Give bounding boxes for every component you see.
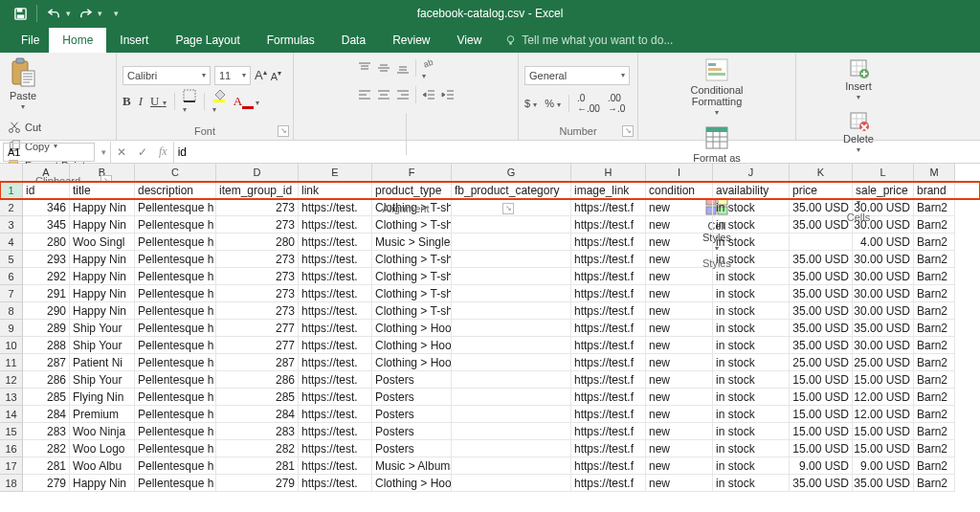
cell-H17[interactable]: https://test.f [571, 457, 646, 475]
column-header-G[interactable]: G [452, 164, 571, 182]
cell-L13[interactable]: 12.00 USD [853, 389, 914, 406]
cell-I17[interactable]: new [646, 457, 713, 475]
qat-customize-button[interactable]: ▾ [104, 2, 129, 25]
bold-button[interactable]: B [122, 94, 131, 109]
cell-K15[interactable]: 15.00 USD [790, 423, 853, 440]
cell-C1[interactable]: description [135, 182, 216, 199]
column-header-E[interactable]: E [299, 164, 372, 182]
cell-B2[interactable]: Happy Nin [70, 199, 135, 216]
cell-L10[interactable]: 30.00 USD [853, 337, 914, 354]
cell-G1[interactable]: fb_product_category [452, 182, 571, 199]
cell-L14[interactable]: 12.00 USD [853, 406, 914, 423]
percent-button[interactable]: % ▾ [545, 98, 561, 109]
font-dialog-launcher[interactable]: ↘ [278, 125, 289, 137]
accounting-format-button[interactable]: $ ▾ [524, 98, 537, 109]
orientation-button[interactable]: ab▾ [422, 56, 435, 80]
cell-M2[interactable]: Barn2 [914, 199, 955, 216]
cell-I13[interactable]: new [646, 389, 713, 406]
cell-D14[interactable]: 284 [216, 406, 299, 423]
redo-dropdown-icon[interactable]: ▾ [98, 9, 102, 18]
cell-J17[interactable]: in stock [713, 457, 790, 475]
cell-G13[interactable] [452, 389, 571, 406]
cell-M3[interactable]: Barn2 [914, 216, 955, 234]
cell-H12[interactable]: https://test.f [571, 371, 646, 389]
cell-L8[interactable]: 30.00 USD [853, 302, 914, 320]
cell-M4[interactable]: Barn2 [914, 234, 955, 251]
cell-H18[interactable]: https://test.f [571, 475, 646, 492]
cell-K1[interactable]: price [790, 182, 853, 199]
cell-H6[interactable]: https://test.f [571, 268, 646, 285]
cell-M9[interactable]: Barn2 [914, 320, 955, 337]
decrease-indent-button[interactable] [422, 88, 435, 101]
cell-I8[interactable]: new [646, 302, 713, 320]
column-header-I[interactable]: I [646, 164, 713, 182]
cell-M18[interactable]: Barn2 [914, 475, 955, 492]
cell-C14[interactable]: Pellentesque h [135, 406, 216, 423]
cell-G7[interactable] [452, 285, 571, 302]
cell-F4[interactable]: Music > Singles [372, 234, 452, 251]
cell-K7[interactable]: 35.00 USD [790, 285, 853, 302]
column-header-F[interactable]: F [372, 164, 452, 182]
fill-color-button[interactable]: ▾ [212, 89, 226, 114]
cell-D17[interactable]: 281 [216, 457, 299, 475]
cell-A9[interactable]: 289 [23, 320, 70, 337]
cell-L6[interactable]: 30.00 USD [853, 268, 914, 285]
cell-K8[interactable]: 35.00 USD [790, 302, 853, 320]
cell-M8[interactable]: Barn2 [914, 302, 955, 320]
cell-D1[interactable]: item_group_id [216, 182, 299, 199]
cell-M17[interactable]: Barn2 [914, 457, 955, 475]
row-header-15[interactable]: 15 [0, 423, 23, 440]
cell-D16[interactable]: 282 [216, 440, 299, 457]
cell-B10[interactable]: Ship Your [70, 337, 135, 354]
font-color-button[interactable]: A ▾ [234, 94, 260, 109]
cell-H2[interactable]: https://test.f [571, 199, 646, 216]
align-middle-button[interactable] [377, 61, 390, 75]
row-header-2[interactable]: 2 [0, 199, 23, 216]
cell-L16[interactable]: 15.00 USD [853, 440, 914, 457]
cell-G6[interactable] [452, 268, 571, 285]
tab-file[interactable]: File [11, 28, 49, 53]
tab-data[interactable]: Data [328, 28, 379, 53]
cell-B13[interactable]: Flying Nin [70, 389, 135, 406]
cell-J15[interactable]: in stock [713, 423, 790, 440]
cell-H1[interactable]: image_link [571, 182, 646, 199]
cell-G16[interactable] [452, 440, 571, 457]
cell-K13[interactable]: 15.00 USD [790, 389, 853, 406]
cell-D7[interactable]: 273 [216, 285, 299, 302]
cell-J11[interactable]: in stock [713, 354, 790, 371]
column-header-L[interactable]: L [853, 164, 914, 182]
cell-B12[interactable]: Ship Your [70, 371, 135, 389]
increase-font-button[interactable]: A▴ [255, 68, 267, 82]
cell-C8[interactable]: Pellentesque h [135, 302, 216, 320]
cell-M1[interactable]: brand [914, 182, 955, 199]
cell-G10[interactable] [452, 337, 571, 354]
cell-H5[interactable]: https://test.f [571, 251, 646, 268]
cell-A15[interactable]: 283 [23, 423, 70, 440]
cell-E16[interactable]: https://test. [299, 440, 372, 457]
cell-M15[interactable]: Barn2 [914, 423, 955, 440]
column-header-D[interactable]: D [216, 164, 299, 182]
row-header-8[interactable]: 8 [0, 302, 23, 320]
cell-L7[interactable]: 30.00 USD [853, 285, 914, 302]
cell-J4[interactable]: in stock [713, 234, 790, 251]
cell-E6[interactable]: https://test. [299, 268, 372, 285]
cell-J12[interactable]: in stock [713, 371, 790, 389]
cell-I9[interactable]: new [646, 320, 713, 337]
cell-C11[interactable]: Pellentesque h [135, 354, 216, 371]
cell-I1[interactable]: condition [646, 182, 713, 199]
cell-A5[interactable]: 293 [23, 251, 70, 268]
cell-J3[interactable]: in stock [713, 216, 790, 234]
cell-L5[interactable]: 30.00 USD [853, 251, 914, 268]
cell-A10[interactable]: 288 [23, 337, 70, 354]
cell-F1[interactable]: product_type [372, 182, 452, 199]
cell-B6[interactable]: Happy Nin [70, 268, 135, 285]
cell-F7[interactable]: Clothing > T-shirts [372, 285, 452, 302]
cell-C9[interactable]: Pellentesque h [135, 320, 216, 337]
cell-C12[interactable]: Pellentesque h [135, 371, 216, 389]
cell-E11[interactable]: https://test. [299, 354, 372, 371]
tell-me-search[interactable]: Tell me what you want to do... [495, 28, 682, 53]
cell-M6[interactable]: Barn2 [914, 268, 955, 285]
tab-review[interactable]: Review [379, 28, 443, 53]
cell-G14[interactable] [452, 406, 571, 423]
row-header-4[interactable]: 4 [0, 234, 23, 251]
